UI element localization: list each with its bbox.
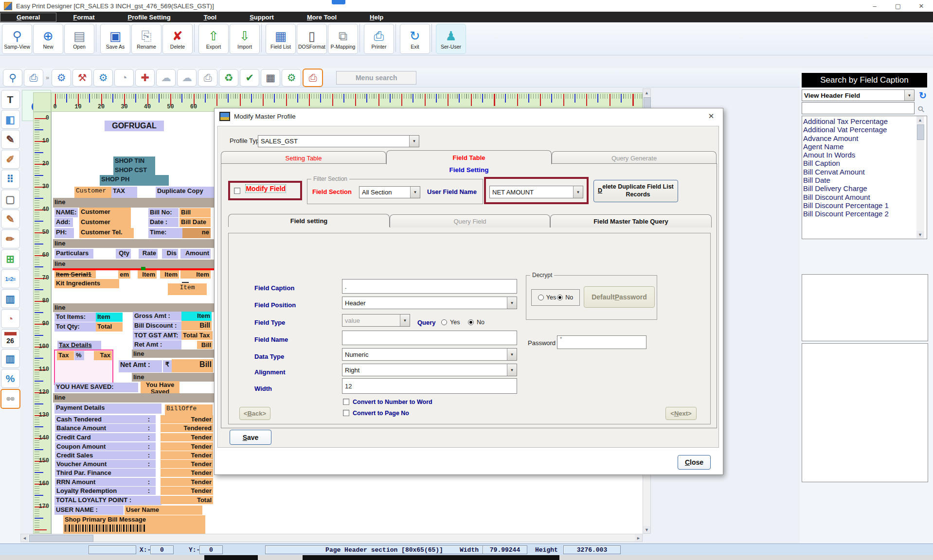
doc-edit2-tool[interactable]: ✏ (1, 229, 20, 248)
cloud-upload-button[interactable]: ☁ (156, 69, 176, 87)
pencil-tool[interactable]: ✐ (1, 150, 20, 169)
width-input[interactable]: 12 (342, 378, 517, 394)
tab-setting-table[interactable]: Setting Table (221, 151, 386, 164)
text-select-tool[interactable]: T (1, 90, 20, 109)
maximize-button[interactable]: ▢ (886, 0, 910, 12)
menu-format[interactable]: Format (56, 13, 111, 22)
ser-user-button[interactable]: ♟Ser-User (436, 24, 466, 54)
pos-printer-button[interactable]: ⎙ (198, 69, 217, 87)
scroll-down-icon[interactable]: ▼ (643, 526, 650, 533)
scroll-thumb[interactable] (917, 124, 924, 140)
layout-tool[interactable]: ◧ (1, 110, 20, 129)
scroll-thumb[interactable] (29, 535, 93, 542)
verify-button[interactable]: ✔ (240, 69, 259, 87)
printer-gear-button[interactable]: ⚙ (282, 69, 301, 87)
clock-tool[interactable]: ◔ (1, 309, 20, 328)
close-button[interactable]: ✕ (910, 0, 933, 12)
field-item-bill-discount-percentage-2[interactable]: Bill Discount Percentage 2 (803, 210, 927, 218)
user-field-name-select[interactable]: NET AMOUNT ▼ (489, 186, 583, 198)
field-caption-input[interactable]: . (342, 279, 517, 294)
printer-button[interactable]: ⎙Printer (364, 24, 394, 54)
field-config-button[interactable]: ⚒ (72, 69, 92, 87)
field-item-additional-vat-percentage[interactable]: Additional Vat Percentage (803, 125, 927, 134)
field-item-bill-delivery-charge[interactable]: Bill Delivery Charge (803, 184, 927, 192)
user-mapping-button[interactable]: ✚ (135, 69, 155, 87)
field-position-select[interactable]: Header ▼ (342, 297, 517, 309)
modify-field-checkbox[interactable] (234, 188, 240, 194)
field-item-bill-caption[interactable]: Bill Caption (803, 159, 927, 167)
calendar-tool[interactable]: 26 (1, 329, 20, 348)
save-as-button[interactable]: ▣Save As (100, 24, 130, 54)
tab-field-master-query[interactable]: Field Master Table Query (550, 214, 712, 228)
cloud-download-button[interactable]: ☁ (177, 69, 197, 87)
schedule-doc-button[interactable]: ◔ (114, 69, 134, 87)
query-yes-radio[interactable] (441, 319, 447, 325)
field-item-bill-cenvat-amount[interactable]: Bill Cenvat Amount (803, 168, 927, 176)
back-button[interactable]: <Back> (239, 407, 270, 420)
close-dialog-button[interactable]: Close (678, 455, 711, 470)
field-list-button[interactable]: ▦Field List (266, 24, 296, 54)
export-button[interactable]: ⇧Export (198, 24, 229, 54)
menu-profile-setting[interactable]: Profile Setting (111, 13, 187, 22)
field-item-bill-discount-amount[interactable]: Bill Discount Amount (803, 193, 927, 201)
field-item-amout-in-words[interactable]: Amout In Words (803, 151, 927, 159)
menu-search-input[interactable]: Menu search (336, 71, 416, 85)
tab-field-setting[interactable]: Field setting (228, 214, 390, 227)
default-password-button[interactable]: Default Password (584, 286, 655, 308)
decrypt-no-radio[interactable] (557, 295, 563, 300)
dosformat-button[interactable]: ▯DOSFormat (297, 24, 327, 54)
minimize-button[interactable]: – (863, 0, 886, 12)
scroll-down-icon[interactable]: ▼ (916, 231, 924, 238)
save-button[interactable]: Save (230, 430, 271, 445)
tab-field-table[interactable]: Field Table (386, 150, 552, 164)
refresh-icon[interactable]: ↻ (917, 89, 928, 101)
exit-button[interactable]: ↻Exit (400, 24, 430, 54)
convert-number-word-checkbox[interactable] (343, 399, 349, 405)
alignment-select[interactable]: Right ▼ (342, 364, 517, 376)
page-tool[interactable]: ▢ (1, 190, 20, 209)
tab-query-generate[interactable]: Query Generate (552, 151, 717, 164)
convert-page-no-checkbox[interactable] (343, 410, 349, 416)
field-item-bill-discount-percentage-1[interactable]: Bill Discount Percentage 1 (803, 201, 927, 210)
percent-tool[interactable]: % (1, 369, 20, 388)
menu-general[interactable]: General (0, 13, 56, 22)
image-add-tool[interactable]: ⊞ (1, 249, 20, 268)
dialog-close-icon[interactable]: ✕ (705, 110, 717, 122)
print-design-button[interactable]: ⎙ (24, 69, 43, 87)
active-printer-button[interactable]: ⎙ (303, 69, 323, 87)
query-no-radio[interactable] (468, 319, 474, 325)
list-doc-tool[interactable]: ▥ (1, 289, 20, 308)
field-item-agent-name[interactable]: Agent Name (803, 142, 927, 151)
field-name-input[interactable] (342, 331, 517, 345)
rename-button[interactable]: ⎘Rename (131, 24, 161, 54)
field-search-input[interactable] (802, 102, 915, 114)
menu-support[interactable]: Support (233, 13, 290, 22)
field-section-select[interactable]: All Section ▼ (359, 186, 420, 198)
menu-help[interactable]: Help (353, 13, 400, 22)
horizontal-scrollbar[interactable]: ◄ ► (20, 534, 643, 542)
p-mapping-button[interactable]: ⧉P-Mapping (328, 24, 358, 54)
next-button[interactable]: <Next> (665, 407, 697, 420)
menu-tool[interactable]: Tool (187, 13, 233, 22)
menu-more-tool[interactable]: More Tool (290, 13, 353, 22)
tab-query-field[interactable]: Query Field (390, 214, 550, 228)
printer-settings-button[interactable]: ⚙ (93, 69, 113, 87)
pen-tool[interactable]: ✎ (1, 130, 20, 149)
password-input[interactable]: * (557, 335, 646, 349)
new-button[interactable]: ⊕New (33, 24, 63, 54)
profile-type-select[interactable]: SALES_GST ▼ (258, 135, 419, 147)
scroll-right-icon[interactable]: ► (635, 534, 642, 542)
field-item-advance-amount[interactable]: Advance Amount (803, 134, 927, 142)
decrypt-yes-radio[interactable] (538, 295, 544, 300)
list-number-tool[interactable]: ▥ (1, 349, 20, 368)
scroll-up-icon[interactable]: ▲ (916, 116, 924, 123)
coins-tool[interactable]: ⊚⊚ (0, 389, 20, 409)
field-item-bill-date[interactable]: Bill Date (803, 176, 927, 184)
scroll-up-icon[interactable]: ▲ (643, 89, 650, 96)
samp-view-button[interactable]: ⚲Samp-View (2, 24, 32, 54)
scroll-left-icon[interactable]: ◄ (21, 534, 28, 542)
profile-config-button[interactable]: ⚙ (52, 69, 71, 87)
memory-chip-button[interactable]: ▦ (261, 69, 280, 87)
dots-tool[interactable]: ⠿ (1, 170, 20, 189)
data-type-select[interactable]: Numeric ▼ (342, 348, 517, 361)
